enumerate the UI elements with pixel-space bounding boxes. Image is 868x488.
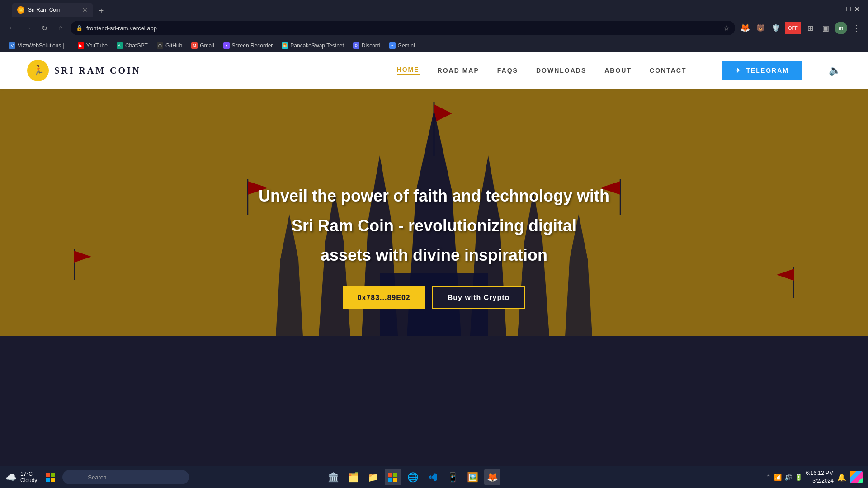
nav-downloads[interactable]: DOWNLOADS [536,67,586,74]
svg-marker-15 [74,251,91,263]
bookmark-youtube[interactable]: ▶ YouTube [74,41,111,50]
telegram-label: TELEGRAM [746,67,789,74]
taskbar-right: ⌃ 📶 🔊 🔋 6:16:12 PM 3/2/2024 🔔 [766,469,863,485]
gmail-favicon: M [191,42,198,49]
clock-date: 3/2/2024 [806,477,834,485]
clock-time: 6:16:12 PM [806,469,834,477]
nav-faqs[interactable]: FAQS [497,67,518,74]
active-tab[interactable]: 🪙 Sri Ram Coin ✕ [12,3,93,17]
vizzweb-favicon: V [9,42,15,49]
github-favicon: ⬡ [157,42,163,49]
close-button[interactable]: ✕ [854,6,860,12]
website-content: 🏃 SRI RAM COIN HOME ROAD MAP FAQS DOWNLO… [0,52,868,472]
clock-widget[interactable]: 6:16:12 PM 3/2/2024 [806,469,834,485]
bookmark-vizzweb[interactable]: V VizzWebSolutions |... [5,41,72,50]
taskbar-apps: 🏛️ 🗂️ 📁 🌐 📱 🖼️ 🦊 [325,469,500,485]
nav-home[interactable]: HOME [397,66,420,75]
tab-close-button[interactable]: ✕ [82,6,88,14]
logo-icon: 🏃 [27,60,49,81]
taskbar: ☁️ 17°C Cloudy 🔍 Search 🏛️ 🗂️ 📁 [0,466,868,488]
taskbar-search-bar[interactable]: Search [62,470,189,484]
bookmark-gmail-label: Gmail [200,42,214,49]
extension-2-button[interactable]: 🐻 [754,22,767,34]
taskbar-gallery-app[interactable]: 🖼️ [464,469,481,485]
taskbar-search-container: 🔍 Search [62,470,189,484]
bookmark-vizzweb-label: VizzWebSolutions |... [18,42,69,49]
wifi-icon[interactable]: 📶 [774,474,782,481]
bookmark-github[interactable]: ⬡ GitHub [153,41,186,50]
systray: ⌃ 📶 🔊 🔋 [766,474,802,481]
pancakeswap-favicon: 🥞 [282,42,288,49]
hero-line2: Sri Ram Coin - revolutionizing digital [259,213,609,239]
back-button[interactable]: ← [5,22,18,34]
taskbar-temple-app[interactable]: 🏛️ [325,469,341,485]
taskbar-files-app[interactable]: 🗂️ [345,469,361,485]
nav-contact[interactable]: CONTACT [650,67,686,74]
weather-info: 17°C Cloudy [20,471,37,483]
extension-grid-button[interactable]: ⊞ [804,22,816,34]
bookmark-discord[interactable]: D Discord [349,41,384,50]
taskbar-vscode-app[interactable] [425,469,441,485]
battery-icon[interactable]: 🔋 [795,474,802,481]
notification-bell-icon[interactable]: 🔔 [837,473,846,482]
bookmark-screen-recorder[interactable]: ● Screen Recorder [220,41,277,50]
svg-rect-23 [393,473,397,477]
maximize-button[interactable]: □ [845,6,852,12]
telegram-icon: ✈ [735,67,741,74]
bookmark-pancakeswap[interactable]: 🥞 PancakeSwap Testnet [278,41,348,50]
tab-title: Sri Ram Coin [28,7,60,13]
address-bar[interactable]: 🔒 frontend-sri-ram.vercel.app ☆ [71,21,735,35]
buy-with-crypto-button[interactable]: Buy with Crypto [432,286,525,309]
taskbar-store-app[interactable] [385,469,401,485]
weather-temperature: 17°C [20,471,37,477]
menu-button[interactable]: ⋮ [850,22,863,34]
svg-rect-19 [51,473,55,477]
tab-favicon: 🪙 [17,6,24,14]
extension-off-button[interactable]: OFF [785,22,801,34]
nav-bar: ← → ↻ ⌂ 🔒 frontend-sri-ram.vercel.app ☆ … [0,18,868,38]
taskbar-whatsapp-app[interactable]: 📱 [444,469,461,485]
logo-text: SRI RAM COIN [54,66,141,76]
hero-text: Unveil the power of faith and technology… [259,183,609,268]
bookmark-screen-recorder-label: Screen Recorder [232,42,273,49]
reload-button[interactable]: ↻ [38,22,51,34]
site-logo[interactable]: 🏃 SRI RAM COIN [27,60,141,81]
url-display: frontend-sri-ram.vercel.app [86,25,720,32]
home-button[interactable]: ⌂ [54,22,67,34]
taskbar-firefox-app[interactable]: 🦊 [484,469,500,485]
nav-about[interactable]: ABOUT [604,67,632,74]
chevron-up-icon[interactable]: ⌃ [766,474,771,481]
svg-rect-25 [393,478,397,482]
contract-address-button[interactable]: 0x783...89E02 [343,286,425,309]
search-placeholder: Search [88,474,106,481]
start-button[interactable] [42,469,59,485]
taskbar-chrome-app[interactable]: 🌐 [405,469,421,485]
bookmark-gemini[interactable]: ✦ Gemini [386,41,419,50]
telegram-button[interactable]: ✈ TELEGRAM [722,61,802,80]
nav-roadmap[interactable]: ROAD MAP [438,67,479,74]
color-swatch-widget[interactable] [850,471,863,483]
forward-button[interactable]: → [22,22,34,34]
sidebar-button[interactable]: ▣ [819,22,832,34]
taskbar-folder-app[interactable]: 📁 [365,469,381,485]
bookmark-star-icon[interactable]: ☆ [723,24,730,33]
svg-rect-22 [388,473,392,477]
minimize-button[interactable]: − [837,6,844,12]
nav-actions: 🦊 🐻 🛡️ OFF ⊞ ▣ m ⋮ [739,22,863,34]
svg-rect-20 [46,478,50,482]
extensions-button[interactable]: 🦊 [739,22,751,34]
bookmark-pancakeswap-label: PancakeSwap Testnet [290,42,344,49]
new-tab-button[interactable]: + [95,5,108,17]
weather-condition: Cloudy [20,477,37,483]
bookmark-gmail[interactable]: M Gmail [188,41,217,50]
extension-3-button[interactable]: 🛡️ [769,22,782,34]
profile-button[interactable]: m [835,22,847,34]
hero-line1: Unveil the power of faith and technology… [259,183,609,209]
volume-icon[interactable]: 🔊 [784,474,792,481]
lock-icon: 🔒 [76,25,83,31]
tab-bar: 🪙 Sri Ram Coin ✕ + [8,1,834,17]
bookmark-chatgpt[interactable]: AI ChatGPT [113,41,151,50]
volume-button[interactable]: 🔈 [829,65,841,76]
site-header: 🏃 SRI RAM COIN HOME ROAD MAP FAQS DOWNLO… [0,52,868,89]
bookmark-discord-label: Discord [362,42,380,49]
